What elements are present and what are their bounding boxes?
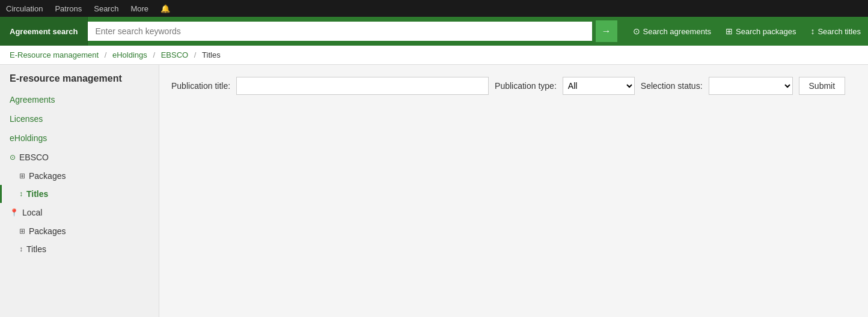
breadcrumb-sep-3: / [194, 50, 198, 59]
pub-title-input[interactable] [236, 77, 489, 95]
search-input[interactable] [88, 22, 591, 41]
sidebar-ebsco-packages-label: Packages [29, 171, 66, 181]
local-packages-icon: ⊞ [19, 227, 25, 235]
filter-row: Publication title: Publication type: All… [171, 77, 856, 95]
agreements-icon: ⊙ [633, 26, 640, 36]
sidebar-section-local[interactable]: 📍 Local [0, 203, 159, 222]
sidebar-ebsco-titles[interactable]: ↕ Titles [0, 185, 159, 203]
search-go-arrow: → [602, 26, 611, 37]
sidebar-ebsco-packages[interactable]: ⊞ Packages [0, 167, 159, 185]
search-input-wrapper [88, 17, 591, 46]
sidebar-ebsco-titles-label: Titles [26, 189, 48, 199]
breadcrumb-eholdings[interactable]: eHoldings [112, 50, 147, 59]
pub-type-label: Publication type: [495, 81, 557, 91]
local-section-label: Local [22, 208, 42, 217]
breadcrumb-sep-2: / [153, 50, 157, 59]
search-links: ⊙ Search agreements ⊞ Search packages ↕ … [626, 17, 868, 46]
sidebar-local-packages[interactable]: ⊞ Packages [0, 222, 159, 240]
search-go-button[interactable]: → [596, 20, 617, 42]
titles-sub-icon: ↕ [19, 190, 23, 198]
search-titles-label: Search titles [818, 27, 861, 36]
bell-icon[interactable]: 🔔 [160, 4, 170, 13]
sidebar-item-licenses[interactable]: Licenses [0, 109, 159, 128]
sidebar: E-resource management Agreements License… [0, 65, 159, 317]
local-titles-icon: ↕ [19, 245, 23, 253]
sidebar-section-ebsco[interactable]: ⊙ EBSCO [0, 148, 159, 167]
ebsco-section-label: EBSCO [19, 152, 49, 162]
breadcrumb-eresource[interactable]: E-Resource management [10, 50, 99, 59]
breadcrumb-sep-1: / [105, 50, 109, 59]
sidebar-local-titles[interactable]: ↕ Titles [0, 240, 159, 258]
search-tab[interactable]: Agreement search [0, 17, 88, 46]
breadcrumb-current: Titles [202, 50, 221, 59]
top-nav: Circulation Patrons Search More 🔔 [0, 0, 868, 17]
pub-type-select[interactable]: All Book Journal Other [563, 77, 635, 95]
pub-title-label: Publication title: [171, 81, 230, 91]
breadcrumb: E-Resource management / eHoldings / EBSC… [0, 46, 868, 65]
packages-sub-icon: ⊞ [19, 172, 25, 180]
search-agreements-link[interactable]: ⊙ Search agreements [626, 17, 718, 46]
local-section-icon: 📍 [10, 208, 19, 217]
content-area: Publication title: Publication type: All… [159, 65, 868, 317]
sidebar-item-eholdings[interactable]: eHoldings [0, 128, 159, 148]
sidebar-title: E-resource management [0, 65, 159, 90]
search-tab-label: Agreement search [10, 27, 78, 36]
sidebar-local-packages-label: Packages [29, 226, 66, 236]
search-titles-link[interactable]: ↕ Search titles [803, 17, 868, 46]
search-bar-row: Agreement search → ⊙ Search agreements ⊞… [0, 17, 868, 46]
breadcrumb-ebsco[interactable]: EBSCO [161, 50, 189, 59]
sidebar-item-agreements[interactable]: Agreements [0, 90, 159, 109]
nav-patrons[interactable]: Patrons [55, 4, 82, 13]
nav-circulation[interactable]: Circulation [6, 4, 43, 13]
sel-status-select[interactable]: Selected Not Selected Ord. Not Yet Selec… [709, 77, 793, 95]
sidebar-local-titles-label: Titles [26, 244, 46, 254]
sel-status-label: Selection status: [641, 81, 703, 91]
search-packages-label: Search packages [736, 27, 796, 36]
packages-icon: ⊞ [726, 26, 733, 36]
nav-search[interactable]: Search [94, 4, 118, 13]
submit-button[interactable]: Submit [799, 77, 846, 95]
search-packages-link[interactable]: ⊞ Search packages [718, 17, 803, 46]
search-agreements-label: Search agreements [643, 27, 711, 36]
titles-icon: ↕ [810, 26, 815, 36]
ebsco-section-icon: ⊙ [10, 153, 16, 162]
nav-more[interactable]: More [130, 4, 148, 13]
main-layout: E-resource management Agreements License… [0, 65, 868, 317]
